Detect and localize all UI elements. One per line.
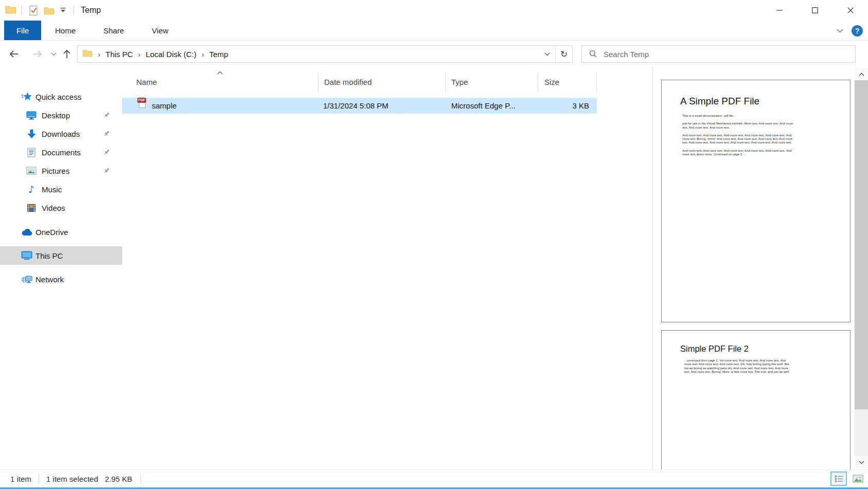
forward-button[interactable] (30, 46, 45, 62)
breadcrumb-separator[interactable]: › (98, 50, 100, 58)
thumbnail-view-icon (853, 475, 863, 483)
location-folder-icon (82, 49, 93, 59)
pin-icon (102, 167, 110, 175)
preview-pane-divider[interactable] (652, 67, 653, 469)
sort-ascending-icon[interactable] (217, 71, 223, 75)
file-list: Name Date modified Type Size PDF sample … (122, 67, 597, 469)
column-header-date-modified[interactable]: Date modified (324, 74, 372, 89)
scroll-up-button[interactable] (855, 68, 868, 80)
sidebar-item-downloads[interactable]: Downloads (0, 124, 122, 143)
scroll-up-icon (859, 73, 864, 76)
recent-locations-button[interactable] (48, 46, 59, 62)
minimize-button[interactable] (761, 0, 797, 21)
sidebar-item-label: Documents (42, 148, 81, 157)
sidebar-item-videos[interactable]: Videos (0, 198, 122, 217)
help-glyph: ? (855, 27, 860, 35)
pdf-preview-page-2: Simple PDF File 2 ...continued from page… (661, 330, 851, 469)
sidebar-item-pictures[interactable]: Pictures (0, 161, 122, 180)
ribbon-tab-bar: File Home Share View ? (0, 21, 868, 41)
close-button[interactable] (832, 0, 868, 21)
sidebar-item-quick-access[interactable]: Quick access (0, 87, 122, 106)
items-count: 1 item (10, 475, 31, 483)
pdf-paragraph: ...continued from page 1. Yet more text.… (684, 359, 793, 374)
scroll-down-button[interactable] (855, 456, 868, 468)
tab-file[interactable]: File (4, 21, 41, 40)
network-icon (21, 275, 33, 284)
pdf-paragraph: This is a small demonstration .pdf file … (682, 114, 793, 118)
sidebar-item-label: OneDrive (36, 228, 68, 237)
file-row-sample[interactable]: PDF sample 1/31/2024 5:08 PM Microsoft E… (122, 98, 597, 114)
window-title: Temp (81, 6, 101, 15)
search-input[interactable] (603, 49, 855, 59)
navigation-pane: Quick access Desktop Downloads (0, 67, 122, 469)
maximize-button[interactable] (797, 0, 832, 21)
pdf-icon-label: PDF (137, 98, 146, 103)
address-dropdown-button[interactable] (539, 46, 555, 62)
column-divider[interactable] (538, 72, 538, 93)
download-arrow-icon (26, 129, 37, 139)
sidebar-item-network[interactable]: Network (0, 270, 122, 288)
pdf-paragraph: just for use in the Virtual Mechanics tu… (682, 122, 793, 130)
sidebar-item-music[interactable]: ♪ Music (0, 180, 122, 198)
breadcrumb-temp[interactable]: Temp (209, 50, 228, 59)
tab-share[interactable]: Share (90, 21, 138, 40)
status-bar: 1 item 1 item selected 2.95 KB (0, 469, 868, 487)
sidebar-item-this-pc[interactable]: This PC (0, 246, 122, 265)
scrollbar-thumb[interactable] (855, 80, 868, 409)
column-divider[interactable] (318, 72, 318, 93)
divider (140, 474, 141, 483)
sidebar-item-documents[interactable]: Documents (0, 143, 122, 161)
music-note-icon: ♪ (26, 185, 37, 194)
sidebar-item-onedrive[interactable]: OneDrive (0, 223, 122, 241)
tab-view[interactable]: View (138, 21, 182, 40)
sidebar-item-desktop[interactable]: Desktop (0, 106, 122, 124)
up-button[interactable] (60, 46, 74, 62)
pdf-preview-page-1: A Simple PDF File This is a small demons… (661, 80, 851, 322)
file-name: sample (152, 98, 176, 114)
properties-button[interactable] (29, 5, 39, 16)
search-box[interactable] (581, 45, 856, 63)
cloud-icon (21, 228, 33, 236)
column-header-size[interactable]: Size (544, 74, 559, 89)
titlebar: Temp (0, 0, 868, 21)
pdf-file-icon: PDF (137, 98, 147, 108)
breadcrumb-separator[interactable]: › (202, 50, 204, 58)
column-divider[interactable] (596, 72, 597, 93)
sidebar-item-label: Music (42, 185, 62, 194)
column-divider[interactable] (445, 72, 446, 93)
sidebar-item-label: Network (36, 275, 64, 284)
pdf-page2-title: Simple PDF File 2 (680, 344, 850, 354)
sidebar-item-label: Desktop (42, 111, 70, 120)
quick-access-star-icon (21, 92, 33, 102)
details-view-icon (835, 475, 843, 482)
pdf-page1-title: A Simple PDF File (680, 96, 850, 107)
back-button[interactable] (6, 46, 22, 62)
selection-count: 1 item selected (46, 475, 98, 483)
sidebar-item-label: This PC (36, 251, 63, 260)
help-button[interactable]: ? (852, 25, 863, 37)
search-icon (589, 50, 597, 58)
preview-scrollbar[interactable] (855, 68, 868, 468)
customize-quick-access-button[interactable] (60, 7, 66, 13)
separator (74, 6, 74, 15)
pdf-paragraph: And more text. And more text. And more t… (682, 134, 793, 145)
breadcrumb-separator[interactable]: › (138, 50, 140, 58)
view-toggles (830, 472, 866, 486)
breadcrumb-local-disk-c[interactable]: Local Disk (C:) (146, 50, 196, 59)
pdf-paragraph: And more text. And more text. And more t… (682, 149, 793, 157)
details-view-button[interactable] (830, 472, 847, 486)
selection-size: 2.95 KB (105, 475, 132, 483)
thumbnail-view-button[interactable] (849, 472, 866, 486)
refresh-button[interactable]: ↻ (556, 46, 572, 62)
address-bar[interactable]: › This PC › Local Disk (C:) › Temp ↻ (77, 45, 573, 63)
column-header-type[interactable]: Type (451, 74, 468, 89)
column-header-name[interactable]: Name (136, 74, 157, 89)
tab-home[interactable]: Home (41, 21, 90, 40)
film-icon (26, 204, 37, 212)
expand-ribbon-button[interactable] (837, 27, 843, 34)
breadcrumb-this-pc[interactable]: This PC (105, 50, 133, 59)
sidebar-item-label: Pictures (42, 167, 69, 175)
pin-icon (102, 112, 110, 119)
new-folder-button[interactable] (44, 6, 55, 15)
divider (39, 474, 39, 483)
